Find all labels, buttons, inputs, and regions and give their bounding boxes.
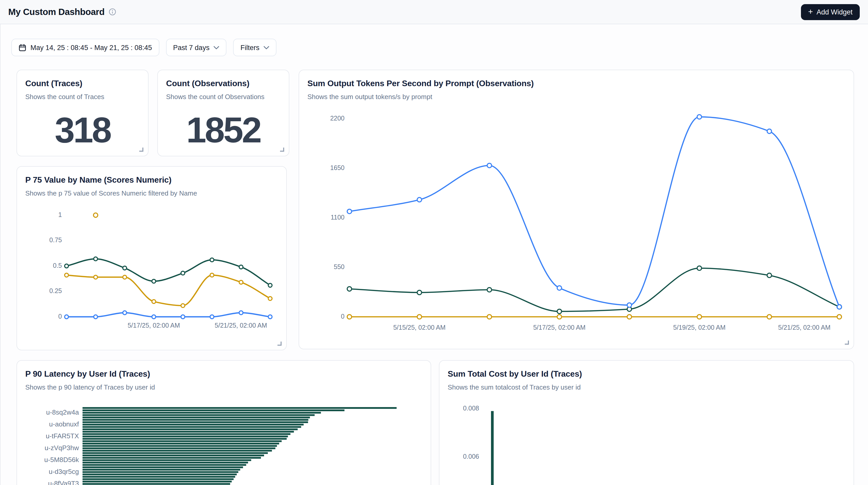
card-title: Count (Traces) (25, 79, 140, 88)
filters-dropdown[interactable]: Filters (233, 39, 276, 56)
card-title: P 90 Latency by User Id (Traces) (25, 369, 423, 379)
card-header: Sum Total Cost by User Id (Traces) Shows… (439, 361, 854, 391)
tokens-line-chart: 22001650110055005/15/25, 02:00 AM5/17/25… (299, 107, 855, 350)
svg-text:5/21/25, 02:00 AM: 5/21/25, 02:00 AM (778, 324, 831, 331)
svg-text:5/17/25, 02:00 AM: 5/17/25, 02:00 AM (533, 324, 586, 331)
card-p75-value: P 75 Value by Name (Scores Numeric) Show… (17, 166, 287, 350)
date-range-button[interactable]: May 14, 25 : 08:45 - May 21, 25 : 08:45 (11, 39, 159, 56)
svg-text:u-zVqP3hw: u-zVqP3hw (44, 444, 79, 452)
resize-handle-icon[interactable] (139, 148, 144, 152)
svg-text:5/21/25, 02:00 AM: 5/21/25, 02:00 AM (215, 322, 267, 329)
resize-handle-icon[interactable] (277, 341, 282, 346)
card-title: P 75 Value by Name (Scores Numeric) (25, 175, 278, 185)
add-widget-button[interactable]: + Add Widget (801, 4, 860, 20)
card-title: Sum Total Cost by User Id (Traces) (448, 369, 845, 379)
svg-text:0: 0 (341, 313, 344, 320)
card-subtitle: Shows the sum output tokens/s by prompt (307, 93, 845, 101)
filters-label: Filters (240, 43, 259, 51)
card-subtitle: Shows the count of Traces (25, 93, 140, 101)
svg-text:0: 0 (58, 313, 62, 320)
time-preset-label: Past 7 days (173, 43, 209, 51)
svg-text:5/15/25, 02:00 AM: 5/15/25, 02:00 AM (393, 324, 445, 331)
card-title: Count (Observations) (166, 79, 281, 88)
svg-text:1650: 1650 (330, 164, 344, 171)
svg-text:1: 1 (58, 211, 62, 218)
svg-text:0.006: 0.006 (463, 453, 479, 460)
page-header: My Custom Dashboard + Add Widget (0, 0, 868, 24)
card-header: Sum Output Tokens Per Second by Prompt (… (299, 70, 854, 101)
svg-text:u-5M8D56k: u-5M8D56k (44, 456, 79, 463)
card-title: Sum Output Tokens Per Second by Prompt (… (307, 79, 845, 88)
card-p90-latency: P 90 Latency by User Id (Traces) Shows t… (17, 360, 431, 485)
svg-text:0.008: 0.008 (463, 404, 479, 412)
card-subtitle: Shows the p 90 latency of Traces by user… (25, 383, 423, 391)
count-traces-value: 318 (17, 110, 148, 151)
svg-text:0.75: 0.75 (49, 236, 62, 244)
resize-handle-icon[interactable] (845, 340, 849, 345)
svg-text:u-8fVa9T3: u-8fVa9T3 (48, 480, 79, 485)
card-tokens-per-second: Sum Output Tokens Per Second by Prompt (… (299, 70, 854, 349)
svg-text:5/17/25, 02:00 AM: 5/17/25, 02:00 AM (128, 322, 180, 329)
info-icon[interactable] (109, 8, 116, 16)
content-left-border (0, 24, 1, 485)
plus-icon: + (808, 7, 813, 16)
calendar-icon (19, 43, 26, 51)
dashboard-page: My Custom Dashboard + Add Widget May 14,… (0, 0, 868, 485)
p90-bar-chart: u-8sq2w4au-aobnuxfu-tFAR5TXu-zVqP3hwu-5M… (17, 403, 432, 485)
count-observations-value: 1852 (158, 110, 289, 151)
svg-text:1100: 1100 (331, 214, 344, 221)
chevron-down-icon (214, 46, 219, 49)
svg-text:0.25: 0.25 (49, 287, 62, 294)
svg-text:0.5: 0.5 (53, 262, 62, 269)
filter-toolbar: May 14, 25 : 08:45 - May 21, 25 : 08:45 … (11, 39, 276, 56)
svg-text:u-aobnuxf: u-aobnuxf (49, 420, 79, 428)
p75-line-chart: 10.750.50.2505/17/25, 02:00 AM5/21/25, 0… (17, 208, 287, 351)
page-title: My Custom Dashboard (8, 6, 105, 17)
add-widget-label: Add Widget (816, 8, 852, 16)
card-header: P 90 Latency by User Id (Traces) Shows t… (17, 361, 431, 391)
date-range-label: May 14, 25 : 08:45 - May 21, 25 : 08:45 (30, 43, 152, 51)
svg-text:5/19/25, 02:00 AM: 5/19/25, 02:00 AM (673, 324, 726, 331)
card-subtitle: Shows the count of Observations (166, 93, 281, 101)
card-header: P 75 Value by Name (Scores Numeric) Show… (17, 166, 286, 197)
svg-text:2200: 2200 (330, 115, 344, 122)
card-count-traces: Count (Traces) Shows the count of Traces… (17, 70, 149, 156)
resize-handle-icon[interactable] (280, 148, 284, 152)
svg-text:u-tFAR5TX: u-tFAR5TX (45, 432, 79, 440)
card-count-observations: Count (Observations) Shows the count of … (157, 70, 289, 156)
time-preset-dropdown[interactable]: Past 7 days (166, 39, 226, 56)
card-subtitle: Shows the sum totalcost of Traces by use… (448, 383, 845, 391)
svg-text:u-d3qr5cg: u-d3qr5cg (49, 468, 79, 476)
card-header: Count (Traces) Shows the count of Traces (17, 70, 148, 101)
chevron-down-icon (264, 46, 269, 49)
card-header: Count (Observations) Shows the count of … (158, 70, 289, 101)
card-subtitle: Shows the p 75 value of Scores Numeric f… (25, 189, 278, 197)
card-sum-total-cost: Sum Total Cost by User Id (Traces) Shows… (439, 360, 854, 485)
cost-bar-chart: 0.0080.006 (439, 403, 855, 485)
svg-text:u-8sq2w4a: u-8sq2w4a (46, 408, 79, 416)
svg-text:550: 550 (334, 263, 344, 270)
